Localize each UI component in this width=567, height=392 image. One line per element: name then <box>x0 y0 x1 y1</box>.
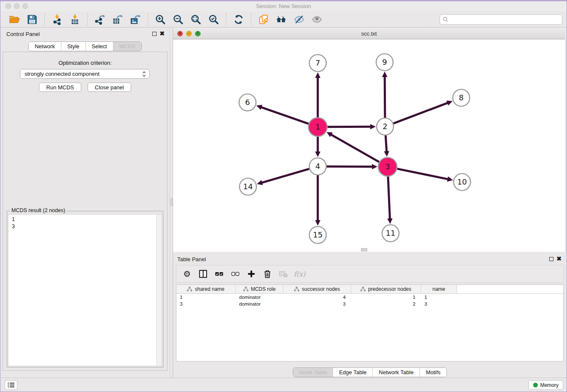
memory-button[interactable]: Memory <box>528 380 563 390</box>
zoom-selected-icon[interactable] <box>207 13 220 26</box>
table-close-icon[interactable]: ✖ <box>556 255 561 262</box>
export-network-icon[interactable] <box>94 13 106 26</box>
zoom-fit-icon[interactable] <box>190 13 202 26</box>
edge-2-9[interactable] <box>385 76 385 118</box>
table-cell[interactable]: dominator <box>236 294 284 301</box>
show-selected-icon[interactable] <box>311 13 323 26</box>
table-row[interactable]: 1dominator411 <box>176 294 563 301</box>
graph-node-label-9: 9 <box>382 58 387 66</box>
deselect-all-checkboxes-icon[interactable] <box>229 268 242 280</box>
graph-node-label-1: 1 <box>315 122 320 131</box>
tab-node-table[interactable]: Node Table <box>293 368 333 377</box>
hide-selected-icon[interactable] <box>293 13 306 26</box>
column-header-shared-name[interactable]: shared name <box>176 285 236 293</box>
export-image-icon[interactable] <box>129 13 142 26</box>
edge-3-11[interactable] <box>388 177 390 219</box>
tab-select[interactable]: Select <box>85 42 113 51</box>
search-field[interactable] <box>440 14 562 25</box>
attribute-tree-icon <box>187 287 192 292</box>
network-window-titlebar[interactable]: ✕ − + scc.txt <box>173 28 565 39</box>
save-session-icon[interactable] <box>26 13 39 26</box>
table-cell[interactable]: 1 <box>176 294 236 301</box>
splitter-handle[interactable] <box>171 198 173 206</box>
import-network-icon[interactable] <box>51 13 63 26</box>
table-float-icon[interactable] <box>549 257 553 261</box>
delete-table-icon[interactable] <box>277 268 290 280</box>
tab-motifs[interactable]: Motifs <box>419 368 446 377</box>
graph-node-label-6: 6 <box>245 98 250 107</box>
table-panel-title: Table Panel <box>177 256 206 262</box>
run-mcds-button[interactable]: Run MCDS <box>39 83 81 92</box>
table-cell[interactable]: 3 <box>176 301 236 307</box>
edge-1-6[interactable] <box>261 107 308 124</box>
edge-arrowhead <box>315 220 321 226</box>
result-scrollbar[interactable] <box>156 215 162 366</box>
edge-3-10[interactable] <box>397 169 449 179</box>
edge-2-3[interactable] <box>385 135 386 152</box>
float-panel-icon[interactable] <box>152 32 157 36</box>
table-panel: Table Panel ✖ ⚙ f(x) <box>173 253 567 378</box>
table-tabs: Node TableEdge TableNetwork TableMotifs <box>173 367 567 377</box>
table-cell[interactable]: 3 <box>421 301 457 307</box>
tab-mcds[interactable]: MCDS <box>113 42 141 51</box>
node-table[interactable]: shared nameMCDS rolesuccessor nodesprede… <box>176 284 564 362</box>
panel-splitter[interactable] <box>170 28 173 378</box>
table-cell[interactable]: 1 <box>421 294 457 301</box>
edge-1-2[interactable] <box>328 127 371 127</box>
tab-network[interactable]: Network <box>29 42 61 51</box>
search-input[interactable] <box>449 15 562 24</box>
copy-views-icon[interactable] <box>257 13 270 26</box>
mcds-tab-content: Optimization criterion: strongly connect… <box>3 52 168 371</box>
column-header-MCDS-role[interactable]: MCDS role <box>236 285 284 293</box>
edge-3-1[interactable] <box>330 134 379 162</box>
attribute-tree-icon <box>294 287 299 292</box>
import-table-icon[interactable] <box>69 13 81 26</box>
settings-gear-icon[interactable]: ⚙ <box>181 268 193 280</box>
refresh-layout-icon[interactable] <box>232 13 245 26</box>
graph-node-label-10: 10 <box>457 177 467 186</box>
table-cell[interactable]: 4 <box>284 294 351 301</box>
delete-column-icon[interactable] <box>261 268 274 280</box>
column-header-predecessor-nodes[interactable]: predecessor nodes <box>351 285 421 293</box>
export-table-icon[interactable] <box>111 13 124 26</box>
network-resize-handle[interactable] <box>361 248 367 251</box>
tab-network-table[interactable]: Network Table <box>372 368 419 377</box>
column-header-successor-nodes[interactable]: successor nodes <box>284 285 351 293</box>
close-panel-button[interactable]: Close panel <box>88 83 131 92</box>
network-canvas[interactable]: 7968124314101511 <box>173 39 565 252</box>
graph-node-label-14: 14 <box>243 182 253 191</box>
select-all-checkboxes-icon[interactable] <box>213 268 226 280</box>
edge-4-3[interactable] <box>327 166 373 167</box>
dropdown-stepper-icon <box>142 71 146 77</box>
edge-2-8[interactable] <box>394 103 448 124</box>
tab-style[interactable]: Style <box>61 42 85 51</box>
column-header-name[interactable]: name <box>421 285 457 293</box>
task-history-button[interactable] <box>5 380 17 390</box>
toolbar-separator <box>44 13 45 26</box>
table-cell[interactable]: 2 <box>351 301 421 307</box>
search-icon <box>443 17 449 23</box>
function-builder-icon[interactable]: f(x) <box>293 268 306 280</box>
column-layout-icon[interactable] <box>197 268 209 280</box>
add-column-icon[interactable] <box>245 268 258 280</box>
edge-arrowhead <box>256 105 262 110</box>
zoom-out-icon[interactable] <box>172 13 184 26</box>
control-panel: Control Panel ✖ NetworkStyleSelectMCDS O… <box>0 28 170 378</box>
open-session-icon[interactable] <box>8 13 21 26</box>
toolbar-separator <box>226 13 226 26</box>
table-cell[interactable]: 3 <box>284 301 351 307</box>
table-row[interactable]: 3dominator323 <box>176 301 563 307</box>
edge-4-14[interactable] <box>261 169 309 183</box>
result-line: 3 <box>12 223 158 230</box>
main-toolbar <box>0 11 567 28</box>
show-all-networks-icon[interactable] <box>275 13 288 26</box>
app-title: Session: New Session <box>0 3 567 9</box>
tab-edge-table[interactable]: Edge Table <box>333 368 372 377</box>
close-panel-icon[interactable]: ✖ <box>160 30 165 37</box>
table-cell[interactable]: 1 <box>351 294 421 301</box>
table-cell[interactable]: dominator <box>236 301 284 307</box>
edge-arrowhead <box>387 218 393 224</box>
zoom-in-icon[interactable] <box>154 13 167 26</box>
mcds-result-list[interactable]: 13 <box>8 214 162 366</box>
criterion-dropdown[interactable]: strongly connected component <box>20 69 150 79</box>
